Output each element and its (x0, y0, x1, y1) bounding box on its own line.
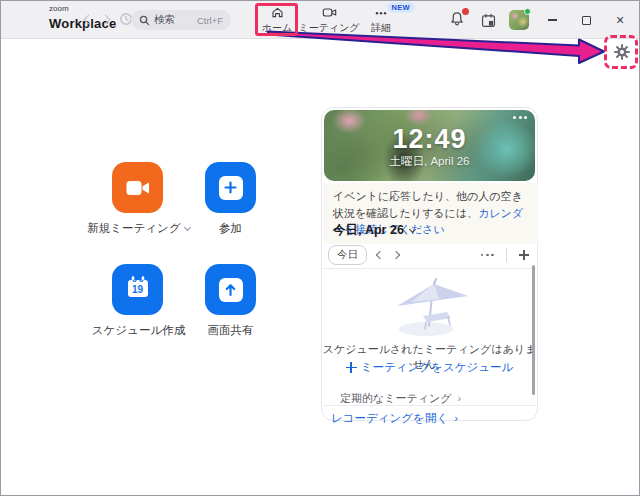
schedule-button[interactable]: 19 (112, 264, 163, 315)
tab-meetings-label: ミーティング (298, 21, 359, 35)
close-icon: × (616, 13, 624, 27)
open-recordings-link[interactable]: レコーディングを開く› (331, 408, 458, 426)
plus-icon (346, 362, 357, 373)
prev-day-icon[interactable] (376, 251, 384, 259)
scrollbar-thumb[interactable] (532, 265, 535, 395)
tab-home-label: ホーム (262, 21, 292, 35)
chevron-down-icon (409, 225, 416, 232)
date-heading-label: 今日, Apr 26 (333, 222, 404, 239)
search-shortcut: Ctrl+F (197, 15, 223, 26)
open-recordings-label: レコーディングを開く (331, 412, 448, 424)
tab-more[interactable]: NEW 詳細 (355, 1, 407, 39)
divider (323, 268, 536, 269)
add-meeting-icon[interactable] (517, 248, 531, 262)
tab-home[interactable]: ホーム (251, 1, 303, 39)
new-badge: NEW (387, 2, 415, 13)
beach-umbrella-icon (379, 274, 475, 338)
calendar-icon[interactable] (480, 12, 497, 29)
today-button[interactable]: 今日 (328, 245, 367, 265)
settings-button[interactable] (613, 43, 631, 61)
next-day-icon[interactable] (392, 251, 400, 259)
empty-state-illustration (322, 274, 531, 338)
chevron-down-icon[interactable] (184, 223, 191, 230)
new-meeting-button[interactable] (112, 162, 163, 213)
divider (323, 405, 536, 406)
notification-badge (462, 8, 469, 15)
schedule-meeting-link[interactable]: ミーティングをスケジュール (322, 360, 537, 375)
titlebar: zoom Workplace 検索 Ctrl+F ホー (1, 1, 639, 39)
profile-avatar[interactable] (509, 10, 529, 30)
video-camera-icon (321, 5, 338, 20)
search-input[interactable]: 検索 Ctrl+F (131, 10, 231, 30)
join-label: 参加 (219, 221, 242, 236)
gear-icon (613, 43, 631, 61)
chevron-right-icon: › (458, 392, 462, 404)
tab-more-label: 詳細 (371, 21, 391, 35)
search-placeholder: 検索 (154, 13, 193, 27)
video-camera-icon (125, 177, 151, 199)
window-minimize-button[interactable] (541, 10, 563, 30)
home-icon (270, 5, 285, 20)
chevron-right-icon: › (454, 412, 458, 424)
schedule-label: スケジュール作成 (92, 323, 185, 338)
toolbar-divider (506, 248, 507, 262)
clock-photo: 12:49 土曜日, April 26 (324, 110, 535, 181)
presence-status-dot (524, 8, 531, 15)
plus-icon (224, 181, 237, 194)
window-close-button[interactable]: × (609, 10, 631, 30)
screen-share-button[interactable] (205, 264, 256, 315)
photo-more-menu-icon[interactable] (513, 116, 527, 119)
date-heading[interactable]: 今日, Apr 26 (333, 222, 415, 239)
search-icon (139, 15, 150, 26)
tab-meetings[interactable]: ミーティング (303, 1, 355, 39)
zoom-workplace-window: zoom Workplace 検索 Ctrl+F ホー (0, 0, 640, 496)
home-panel-card: 12:49 土曜日, April 26 イベントに応答したり、他の人の空き状況を… (321, 107, 538, 421)
clock-date: 土曜日, April 26 (324, 154, 535, 169)
new-meeting-label: 新規ミーティング (87, 221, 180, 236)
notifications-button[interactable] (448, 10, 468, 30)
calendar-day-number: 19 (125, 284, 151, 295)
maximize-icon (582, 16, 591, 25)
schedule-meeting-link-label: ミーティングをスケジュール (361, 361, 513, 373)
nav-back-icon[interactable] (84, 14, 94, 24)
nav-forward-icon[interactable] (101, 14, 111, 24)
main-tabs: ホーム ミーティング NEW 詳細 (251, 1, 407, 39)
calendar-toolbar: 今日 (328, 242, 531, 268)
screen-share-label: 画面共有 (208, 323, 254, 338)
clock-time: 12:49 (324, 124, 535, 155)
minimize-icon (548, 19, 557, 21)
recurring-meetings-link[interactable]: 定期的なミーティング› (340, 391, 461, 406)
window-maximize-button[interactable] (575, 10, 597, 30)
join-button[interactable] (205, 162, 256, 213)
recurring-meetings-label: 定期的なミーティング (340, 392, 452, 404)
share-up-arrow-icon (224, 283, 237, 297)
toolbar-more-icon[interactable] (479, 250, 496, 261)
